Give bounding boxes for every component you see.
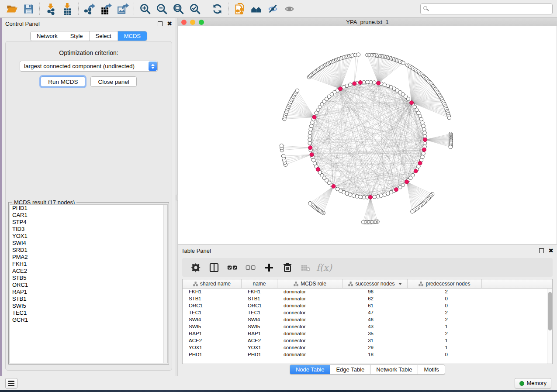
result-item[interactable]: TEC1 (10, 309, 167, 316)
network-canvas[interactable] (178, 26, 557, 244)
tab-network[interactable]: Network (31, 31, 64, 41)
window-zoom-button[interactable] (199, 20, 204, 25)
tab-style[interactable]: Style (64, 31, 90, 41)
result-item[interactable]: GCR1 (10, 316, 167, 323)
select-all-icon[interactable] (224, 260, 241, 275)
settings-gear-icon[interactable] (187, 260, 204, 275)
toolbar-separator (78, 3, 79, 15)
result-item[interactable]: SWI5 (10, 303, 167, 309)
table-row[interactable]: ORC1ORC1dominator610 (183, 303, 552, 309)
export-table-icon[interactable] (98, 2, 114, 16)
control-panel: Control Panel ✖ NetworkStyleSelectMCDS O… (2, 18, 176, 376)
table-scrollbar[interactable] (547, 289, 552, 364)
column-header-shared-name[interactable]: shared name (183, 279, 242, 288)
optimization-criterion-label: Optimization criterion: (6, 49, 172, 56)
node-table: shared namenameMCDS rolesuccessor nodesp… (182, 279, 553, 364)
result-item[interactable]: FKH1 (10, 261, 167, 268)
criterion-dropdown[interactable]: largest connected component (undirected) (20, 61, 158, 72)
float-panel-icon[interactable] (158, 21, 163, 26)
table-row[interactable]: STB1STB1dominator620 (183, 296, 552, 303)
window-minimize-button[interactable] (190, 20, 195, 25)
save-icon[interactable] (20, 2, 37, 16)
run-mcds-button[interactable]: Run MCDS (41, 76, 85, 87)
memory-button[interactable]: Memory (515, 378, 551, 389)
deselect-all-icon[interactable] (242, 260, 259, 275)
result-item[interactable]: CAR1 (10, 212, 167, 219)
zoom-in-icon[interactable] (137, 2, 153, 16)
table-row[interactable]: ACE2ACE2connector311 (183, 337, 552, 344)
mcds-panel: Optimization criterion: largest connecte… (5, 41, 172, 371)
columns-icon[interactable] (206, 260, 222, 275)
close-panel-button[interactable]: Close panel (90, 76, 136, 87)
column-header-successor-nodes[interactable]: successor nodes (343, 279, 408, 288)
result-item[interactable]: YOX1 (10, 233, 167, 240)
open-folder-icon[interactable] (3, 2, 20, 16)
result-item[interactable]: TID3 (10, 226, 167, 233)
toolbar-separator (228, 3, 228, 15)
search-icon (423, 6, 429, 12)
result-item[interactable]: SWI4 (10, 240, 167, 247)
result-item[interactable]: STB1 (10, 296, 167, 303)
export-network-icon[interactable] (81, 2, 98, 16)
result-item[interactable]: ACE2 (10, 268, 167, 275)
show-panels-button[interactable] (5, 378, 17, 389)
table-row[interactable]: TEC1TEC1connector472 (183, 309, 552, 316)
window-close-button[interactable] (181, 20, 187, 25)
table-row[interactable]: FKH1FKH1dominator962 (183, 289, 552, 296)
column-header-MCDS-role[interactable]: MCDS role (277, 279, 343, 288)
zoom-fit-icon[interactable] (170, 2, 187, 16)
criterion-dropdown-value: largest connected component (undirected) (20, 63, 149, 69)
close-panel-icon[interactable]: ✖ (167, 21, 172, 26)
hide-details-icon[interactable] (264, 2, 281, 16)
add-row-icon[interactable] (261, 260, 277, 275)
tab-network-table[interactable]: Network Table (370, 364, 418, 375)
tab-node-table[interactable]: Node Table (290, 364, 330, 375)
result-item[interactable]: PHD1 (10, 205, 167, 212)
result-item[interactable]: STP4 (10, 219, 167, 226)
search-box[interactable] (420, 3, 553, 14)
close-table-panel-icon[interactable]: ✖ (548, 248, 554, 253)
mcds-result-list[interactable]: PHD1CAR1STP4TID3YOX1SWI4SRD1PMA2FKH1ACE2… (10, 204, 168, 363)
network-overview-icon[interactable] (248, 2, 264, 16)
zoom-selected-icon[interactable] (187, 2, 203, 16)
column-header-name[interactable]: name (242, 279, 277, 288)
result-item[interactable]: ORC1 (10, 282, 167, 289)
status-bar: Memory (0, 376, 557, 390)
tab-mcds[interactable]: MCDS (118, 31, 147, 41)
network-window: YPA_prune.txt_1 (178, 18, 557, 244)
show-details-icon[interactable] (281, 2, 298, 16)
result-item[interactable]: STB5 (10, 275, 167, 282)
result-item[interactable]: SRD1 (10, 247, 167, 254)
float-table-panel-icon[interactable] (539, 248, 544, 253)
list-icon (8, 381, 14, 386)
control-panel-tabs: NetworkStyleSelectMCDS (2, 31, 176, 41)
table-row[interactable]: SWI5SWI5connector431 (183, 323, 552, 330)
tab-edge-table[interactable]: Edge Table (330, 364, 370, 375)
table-row[interactable]: RAP1RAP1dominator352 (183, 330, 552, 337)
import-table-icon[interactable] (59, 2, 76, 16)
refresh-icon[interactable] (209, 2, 225, 16)
export-image-icon[interactable] (114, 2, 131, 16)
table-panel: Table Panel ✖ f(x) shared namenameMCDS r… (178, 244, 557, 376)
import-network-icon[interactable] (42, 2, 59, 16)
result-item[interactable]: PMA2 (10, 254, 167, 261)
memory-label: Memory (527, 380, 547, 386)
table-panel-title: Table Panel (181, 248, 211, 254)
tab-motifs[interactable]: Motifs (418, 364, 445, 375)
table-row[interactable]: PHD1PHD1dominator180 (183, 351, 552, 358)
delete-row-icon[interactable] (279, 260, 296, 275)
toolbar-separator (39, 3, 40, 15)
clone-network-icon[interactable] (231, 2, 248, 16)
tab-select[interactable]: Select (90, 31, 118, 41)
zoom-out-icon[interactable] (153, 2, 170, 16)
network-graph[interactable] (178, 26, 557, 244)
result-item[interactable]: RAP1 (10, 289, 167, 296)
search-input[interactable] (431, 6, 550, 13)
table-row[interactable]: YOX1YOX1connector291 (183, 344, 552, 351)
table-row[interactable]: SWI4SWI4dominator462 (183, 316, 552, 323)
result-scrollbar[interactable] (163, 205, 167, 363)
app-window: Control Panel ✖ NetworkStyleSelectMCDS O… (0, 0, 557, 392)
control-panel-title: Control Panel (5, 21, 40, 27)
column-header-predecessor-nodes[interactable]: predecessor nodes (408, 279, 482, 288)
network-titlebar[interactable]: YPA_prune.txt_1 (178, 18, 557, 26)
